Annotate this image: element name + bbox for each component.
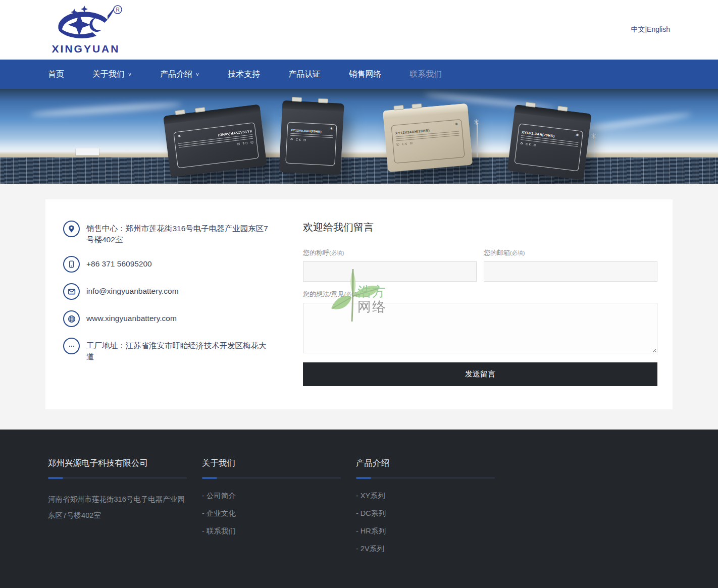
divider [202, 477, 341, 479]
footer-products-column: 产品介绍 - XY系列 - DC系列 - HR系列 - 2V系列 [356, 458, 495, 562]
divider [48, 477, 187, 479]
hero-banner: ✶ XY12V12AH(20HR) Ⓧ C€ ☒ ✶ XY12V0.8AH(20… [0, 89, 718, 184]
chevron-down-icon: ∨ [195, 72, 199, 77]
building [76, 148, 99, 155]
ellipsis-icon [63, 338, 80, 354]
solar-panel-field [0, 157, 718, 184]
footer-link-2v-series[interactable]: - 2V系列 [356, 544, 495, 554]
battery-product-image: ✶ XY6V1.3AH(20HR) ♻ C€ ☒ [507, 104, 592, 180]
logo-wordmark: XINGYUAN [52, 43, 120, 55]
main-content: 销售中心：郑州市莲花街316号电子电器产业园东区7号楼402室 +86 371 … [0, 184, 718, 430]
divider [356, 477, 495, 479]
footer-about-title: 关于我们 [202, 458, 341, 469]
footer-company-column: 郑州兴源电子科技有限公司 河南省郑州市莲花街316号电子电器产业园东区7号楼40… [48, 458, 187, 562]
footer-link-dc-series[interactable]: - DC系列 [356, 509, 495, 518]
svg-text:R: R [116, 7, 119, 13]
contact-row-website: www.xingyuanbattery.com [63, 310, 285, 327]
language-toggle[interactable]: 中文|English [631, 25, 670, 34]
contact-row-factory: 工厂地址：江苏省淮安市盱眙经济技术开发区梅花大道 [63, 338, 285, 362]
name-label: 您的称呼(必填) [303, 248, 477, 257]
footer-link-xy-series[interactable]: - XY系列 [356, 491, 495, 501]
footer-link-hr-series[interactable]: - HR系列 [356, 526, 495, 536]
footer-company-title: 郑州兴源电子科技有限公司 [48, 458, 187, 469]
send-message-button[interactable]: 发送留言 [303, 362, 657, 386]
nav-item-sales-network[interactable]: 销售网络 [349, 69, 381, 80]
footer-link-corporate-culture[interactable]: - 企业文化 [202, 509, 341, 518]
battery-product-image: ✶ XY12V24AH(20HR) Ⓧ C€ ☒ [383, 103, 473, 172]
form-title: 欢迎给我们留言 [303, 221, 657, 234]
email-label: 您的邮箱(必填) [484, 248, 657, 257]
nav-item-certification[interactable]: 产品认证 [288, 69, 321, 80]
email-input[interactable] [484, 261, 657, 282]
site-header: R XINGYUAN 中文|English [0, 0, 718, 60]
nav-item-about[interactable]: 关于我们∨ [92, 69, 132, 80]
nav-item-products[interactable]: 产品介绍∨ [160, 69, 199, 80]
message-label: 您的想法/意见(必填) [303, 290, 657, 299]
footer-company-address: 河南省郑州市莲花街316号电子电器产业园东区7号楼402室 [48, 491, 187, 523]
message-textarea[interactable] [303, 303, 657, 353]
contact-row-phone: +86 371 56095200 [63, 256, 285, 273]
footer-products-title: 产品介绍 [356, 458, 495, 469]
phone-icon [63, 256, 80, 273]
map-pin-icon [63, 221, 80, 237]
footer-link-company-profile[interactable]: - 公司简介 [202, 491, 341, 501]
site-footer: 郑州兴源电子科技有限公司 河南省郑州市莲花街316号电子电器产业园东区7号楼40… [0, 430, 718, 588]
website-url[interactable]: www.xingyuanbattery.com [86, 310, 177, 327]
message-form: 欢迎给我们留言 您的称呼(必填) 您的邮箱(必填) 您的想法/意见(必填) 发送… [303, 221, 657, 386]
xingyuan-logo-mark: R [48, 5, 124, 44]
cloud-streak [30, 101, 182, 119]
name-input[interactable] [303, 261, 477, 282]
nav-item-contact[interactable]: 联系我们 [409, 69, 442, 80]
cloud-streak [581, 112, 692, 133]
chevron-down-icon: ∨ [128, 72, 132, 77]
footer-link-contact-us[interactable]: - 联系我们 [202, 526, 341, 536]
wind-turbine [477, 123, 478, 158]
email-icon [63, 283, 80, 300]
email-address[interactable]: info@xingyuanbattery.com [86, 283, 179, 300]
wind-turbine [594, 137, 594, 158]
xingyuan-logo[interactable]: R XINGYUAN [48, 5, 124, 55]
battery-product-image: ✶ XY12V0.8AH(20HR) ♻ C€ ☒ [279, 100, 344, 175]
contact-info-column: 销售中心：郑州市莲花街316号电子电器产业园东区7号楼402室 +86 371 … [63, 221, 303, 386]
footer-about-column: 关于我们 - 公司简介 - 企业文化 - 联系我们 [202, 458, 341, 562]
globe-icon [63, 310, 80, 327]
nav-item-tech-support[interactable]: 技术支持 [228, 69, 260, 80]
contact-row-email: info@xingyuanbattery.com [63, 283, 285, 300]
main-navigation: 首页 关于我们∨ 产品介绍∨ 技术支持 产品认证 销售网络 联系我们 [0, 60, 718, 89]
contact-row-sales-center: 销售中心：郑州市莲花街316号电子电器产业园东区7号楼402室 [63, 221, 285, 245]
contact-card: 销售中心：郑州市莲花街316号电子电器产业园东区7号楼402室 +86 371 … [45, 199, 673, 409]
nav-item-home[interactable]: 首页 [48, 69, 64, 80]
battery-product-image: ✶ XY12V12AH(20HR) Ⓧ C€ ☒ [163, 104, 267, 177]
